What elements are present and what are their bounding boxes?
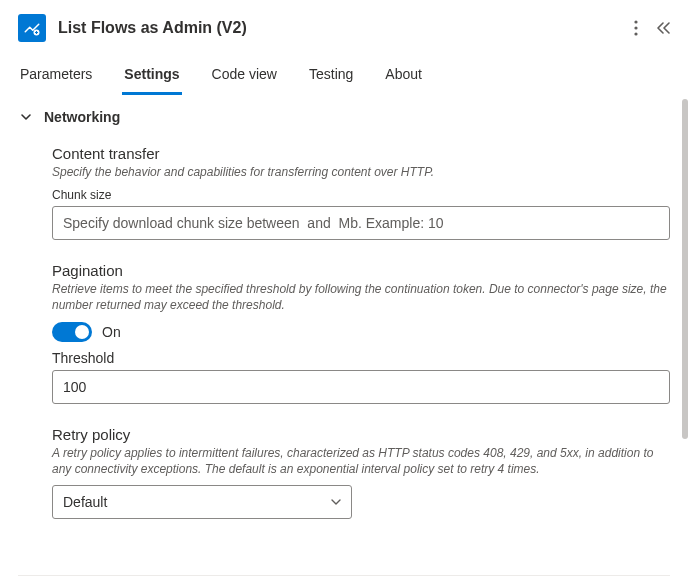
retry-policy-title: Retry policy [52, 426, 670, 443]
toggle-knob [75, 325, 89, 339]
group-content-transfer: Content transfer Specify the behavior an… [52, 145, 670, 240]
threshold-label: Threshold [52, 350, 670, 366]
panel-header: List Flows as Admin (V2) [0, 0, 688, 56]
group-retry-policy: Retry policy A retry policy applies to i… [52, 426, 670, 519]
threshold-input[interactable] [52, 370, 670, 404]
svg-point-3 [634, 32, 637, 35]
tab-bar: Parameters Settings Code view Testing Ab… [0, 56, 688, 95]
svg-point-2 [634, 26, 637, 29]
chunk-size-label: Chunk size [52, 188, 670, 202]
section-networking-header[interactable]: Networking [18, 99, 670, 135]
settings-content: Networking Content transfer Specify the … [0, 95, 688, 580]
chunk-size-input[interactable] [52, 206, 670, 240]
content-transfer-desc: Specify the behavior and capabilities fo… [52, 164, 670, 180]
connector-icon [18, 14, 46, 42]
pagination-toggle-label: On [102, 324, 121, 340]
section-networking-body: Content transfer Specify the behavior an… [18, 135, 670, 561]
tab-settings[interactable]: Settings [122, 56, 181, 95]
more-menu-button[interactable] [634, 20, 638, 36]
tab-about[interactable]: About [383, 56, 424, 95]
group-pagination: Pagination Retrieve items to meet the sp… [52, 262, 670, 403]
tab-parameters[interactable]: Parameters [18, 56, 94, 95]
chevron-down-icon [18, 111, 34, 123]
section-run-after-header[interactable]: Run after [18, 576, 670, 580]
collapse-panel-button[interactable] [656, 21, 670, 35]
content-transfer-title: Content transfer [52, 145, 670, 162]
pagination-title: Pagination [52, 262, 670, 279]
retry-policy-select[interactable] [52, 485, 352, 519]
page-title: List Flows as Admin (V2) [58, 19, 622, 37]
pagination-toggle[interactable] [52, 322, 92, 342]
tab-code-view[interactable]: Code view [210, 56, 279, 95]
section-networking-title: Networking [44, 109, 120, 125]
pagination-desc: Retrieve items to meet the specified thr… [52, 281, 670, 313]
scrollbar-thumb[interactable] [682, 99, 688, 439]
scrollbar-track [680, 97, 688, 578]
svg-point-1 [634, 20, 637, 23]
tab-testing[interactable]: Testing [307, 56, 355, 95]
retry-policy-desc: A retry policy applies to intermittent f… [52, 445, 670, 477]
